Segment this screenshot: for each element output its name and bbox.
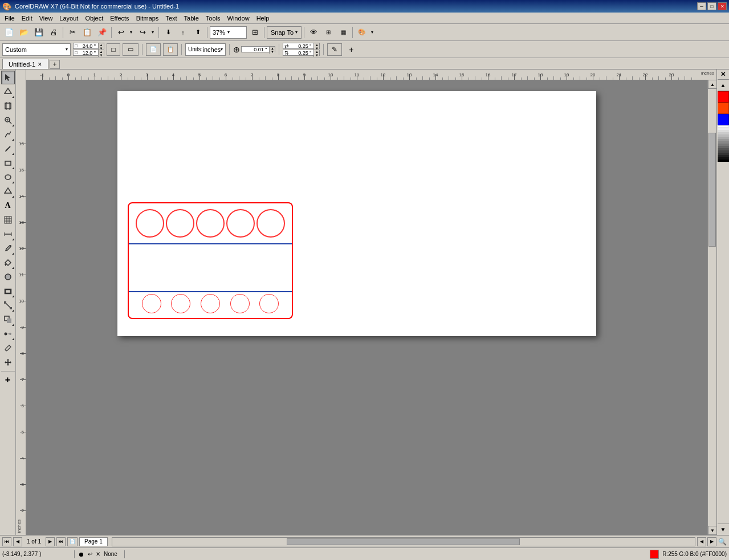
- dup-nudge-v-input[interactable]: ⇅ 0.25 " ▲ ▼: [283, 50, 320, 56]
- tab-close-icon[interactable]: ✕: [38, 62, 42, 67]
- add-page-nav-button[interactable]: 📄: [67, 537, 78, 546]
- grid-button[interactable]: ⊞: [321, 26, 335, 39]
- shadow-tool-button[interactable]: [1, 313, 15, 326]
- zoom-percent-button[interactable]: 🔍: [718, 538, 727, 546]
- zoom-dropdown[interactable]: 37% ▾: [210, 26, 247, 39]
- maximize-button[interactable]: □: [707, 2, 716, 10]
- smart-draw-tool-button[interactable]: [1, 142, 15, 156]
- palette-scroll-down[interactable]: ▼: [718, 524, 729, 535]
- units-dropdown[interactable]: Units: inches ▾: [185, 43, 226, 56]
- hscroll-thumb[interactable]: [287, 538, 520, 545]
- shape-edit-tool-button[interactable]: [1, 85, 15, 99]
- menu-item-file[interactable]: File: [1, 14, 18, 23]
- print-button[interactable]: 🖨: [47, 26, 60, 39]
- crop-tool-button[interactable]: [1, 99, 15, 113]
- menu-item-edit[interactable]: Edit: [18, 14, 36, 23]
- open-button[interactable]: 📂: [17, 26, 31, 39]
- delete-status-button[interactable]: ✕: [96, 551, 100, 557]
- hscroll-left-button[interactable]: ◀: [697, 537, 706, 546]
- menu-item-window[interactable]: Window: [224, 14, 253, 23]
- rectangle-tool-button[interactable]: [1, 156, 15, 170]
- color-swatch-orange[interactable]: [718, 103, 729, 114]
- menu-item-help[interactable]: Help: [253, 14, 273, 23]
- options-button[interactable]: ▦: [336, 26, 350, 39]
- new-button[interactable]: 📄: [2, 26, 16, 39]
- height-down-btn[interactable]: ▼: [98, 54, 104, 57]
- menu-item-bitmaps[interactable]: Bitmaps: [133, 14, 162, 23]
- color-eyedropper-button[interactable]: [1, 341, 15, 355]
- fill-tool-button[interactable]: [1, 256, 15, 269]
- tab-add-button[interactable]: +: [50, 60, 60, 69]
- dimension-tool-button[interactable]: [1, 227, 15, 241]
- color-mgmt-button[interactable]: 🎨: [355, 26, 369, 39]
- menu-item-effects[interactable]: Effects: [107, 14, 132, 23]
- next-page-button[interactable]: ▶: [46, 537, 55, 546]
- cut-button[interactable]: ✂: [66, 26, 79, 39]
- table-tool-button[interactable]: [1, 213, 15, 227]
- eyedropper-tool-button[interactable]: [1, 242, 15, 255]
- menu-item-tools[interactable]: Tools: [202, 14, 224, 23]
- scroll-down-button[interactable]: ▼: [708, 526, 716, 535]
- ellipse-tool-button[interactable]: [1, 170, 15, 184]
- menu-item-table[interactable]: Table: [181, 14, 202, 23]
- select-tool-button[interactable]: [1, 71, 15, 84]
- pan-tool-button[interactable]: [1, 355, 15, 369]
- redo-button[interactable]: ↪: [136, 26, 149, 39]
- connector-tool-button[interactable]: [1, 299, 15, 312]
- tab-untitled1[interactable]: Untitled-1 ✕: [2, 59, 48, 69]
- undo-dropdown[interactable]: ▾: [128, 26, 135, 39]
- record-indicator[interactable]: ⏺: [78, 551, 84, 558]
- color-swatch-blue[interactable]: [718, 114, 729, 125]
- menu-item-object[interactable]: Object: [82, 14, 107, 23]
- current-page-button[interactable]: 📋: [163, 43, 178, 56]
- horizontal-scrollbar[interactable]: [112, 537, 695, 546]
- page-width-input[interactable]: □ 24.0 " ▲ ▼: [73, 43, 104, 49]
- freehand-tool-button[interactable]: [1, 128, 15, 141]
- scroll-thumb-v[interactable]: [708, 133, 716, 247]
- save-button[interactable]: 💾: [32, 26, 46, 39]
- palette-close-button[interactable]: ✕: [718, 70, 729, 80]
- color-swatch-red[interactable]: [718, 91, 729, 103]
- dup-v-down-btn[interactable]: ▼: [313, 54, 319, 57]
- nudge-input[interactable]: 0.01 " ▲ ▼: [241, 46, 275, 52]
- paste-button[interactable]: 📌: [95, 26, 109, 39]
- page-height-input[interactable]: □ 12.0 " ▲ ▼: [73, 50, 104, 56]
- menu-item-text[interactable]: Text: [162, 14, 180, 23]
- palette-scroll-up[interactable]: ▲: [718, 80, 729, 91]
- landscape-button[interactable]: ▭: [123, 43, 139, 56]
- redo-dropdown[interactable]: ▾: [149, 26, 156, 39]
- view-button[interactable]: 👁: [307, 26, 320, 39]
- export-button[interactable]: ↑: [176, 26, 190, 39]
- edit-page-button[interactable]: ✎: [327, 43, 342, 56]
- color-swatch-black[interactable]: [718, 160, 729, 162]
- zoom-tool-button[interactable]: [1, 113, 15, 127]
- hscroll-right-button[interactable]: ▶: [707, 537, 716, 546]
- polygon-tool-button[interactable]: [1, 185, 15, 198]
- scroll-track-v[interactable]: [708, 89, 716, 526]
- snap-to-button[interactable]: Snap To ▾: [267, 26, 302, 39]
- page-size-dropdown[interactable]: Custom ▾: [2, 43, 71, 56]
- undo-status-button[interactable]: ↩: [88, 551, 92, 557]
- last-page-button[interactable]: ⏭: [56, 537, 66, 546]
- add-page-tb-button[interactable]: +: [344, 43, 358, 56]
- portrait-button[interactable]: □: [107, 43, 120, 56]
- import-button[interactable]: ⬇: [161, 26, 175, 39]
- blend-tool-button[interactable]: [1, 327, 15, 341]
- close-button[interactable]: ✕: [718, 2, 727, 10]
- scroll-up-button[interactable]: ▲: [708, 80, 716, 89]
- export2-button[interactable]: ⬆: [191, 26, 205, 39]
- page-1-tab[interactable]: Page 1: [79, 537, 108, 546]
- nudge-down-btn[interactable]: ▼: [269, 50, 275, 54]
- menu-item-view[interactable]: View: [36, 14, 56, 23]
- text-tool-button[interactable]: A: [1, 199, 15, 212]
- design-object[interactable]: [128, 202, 293, 319]
- first-page-button[interactable]: ⏮: [2, 537, 11, 546]
- outline-tool-button[interactable]: [1, 284, 15, 298]
- prev-page-button[interactable]: ◀: [13, 537, 22, 546]
- all-pages-button[interactable]: 📄: [146, 43, 161, 56]
- add-zoom-button[interactable]: +: [1, 373, 15, 387]
- dup-nudge-h-input[interactable]: ⇄ 0.25 " ▲ ▼: [283, 43, 320, 49]
- menu-item-layout[interactable]: Layout: [56, 14, 82, 23]
- minimize-button[interactable]: ─: [697, 2, 706, 10]
- copy-button[interactable]: 📋: [80, 26, 94, 39]
